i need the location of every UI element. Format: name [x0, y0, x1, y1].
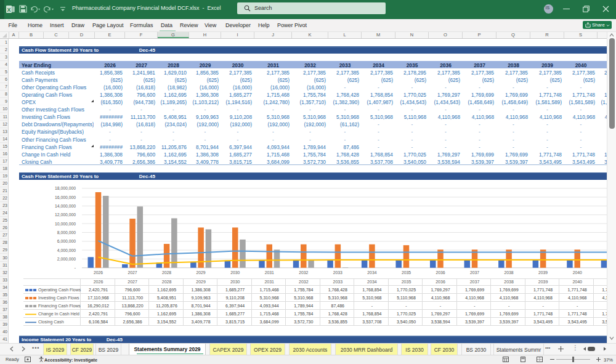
- svg-text:2038: 2038: [505, 270, 514, 275]
- svg-text:2029: 2029: [197, 270, 206, 275]
- svg-text:2,000,000: 2,000,000: [57, 257, 76, 261]
- svg-text:6,000,000: 6,000,000: [57, 239, 76, 243]
- svg-text:-: -: [75, 265, 76, 270]
- svg-text:2035: 2035: [402, 270, 411, 275]
- svg-text:4,000,000: 4,000,000: [57, 248, 76, 253]
- svg-text:2040: 2040: [573, 270, 582, 275]
- svg-text:14,000,000: 14,000,000: [55, 204, 76, 208]
- svg-text:8,000,000: 8,000,000: [57, 230, 76, 235]
- svg-text:2032: 2032: [299, 270, 308, 275]
- svg-text:2037: 2037: [470, 270, 479, 275]
- svg-text:2028: 2028: [162, 270, 171, 275]
- svg-text:12,000,000: 12,000,000: [55, 212, 76, 217]
- svg-text:2027: 2027: [128, 270, 137, 275]
- svg-text:2039: 2039: [538, 270, 548, 275]
- svg-text:2030: 2030: [230, 270, 240, 275]
- svg-text:2031: 2031: [265, 270, 274, 275]
- svg-text:2033: 2033: [333, 270, 342, 275]
- svg-text:18,000,000: 18,000,000: [55, 186, 76, 190]
- svg-text:16,000,000: 16,000,000: [55, 195, 76, 200]
- svg-text:X: X: [7, 7, 10, 13]
- svg-text:2034: 2034: [367, 270, 376, 275]
- svg-text:2026: 2026: [94, 270, 103, 275]
- svg-text:2036: 2036: [436, 270, 445, 275]
- svg-text:10,000,000: 10,000,000: [55, 222, 76, 226]
